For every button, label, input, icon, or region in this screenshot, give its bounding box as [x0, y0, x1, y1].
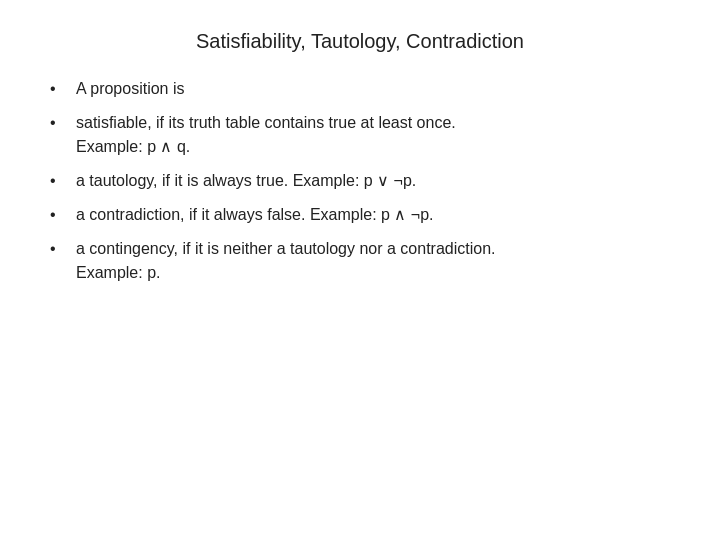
bullet-icon: •: [50, 203, 70, 227]
bullet-icon: •: [50, 237, 70, 261]
item-3-text: a tautology, if it is always true. Examp…: [76, 169, 670, 193]
bullet-icon: •: [50, 169, 70, 193]
list-item: • A proposition is: [50, 77, 670, 101]
list-item: • satisfiable, if its truth table contai…: [50, 111, 670, 159]
list-item: • a tautology, if it is always true. Exa…: [50, 169, 670, 193]
item-5-text: a contingency, if it is neither a tautol…: [76, 237, 670, 285]
page-title: Satisfiability, Tautology, Contradiction: [50, 30, 670, 53]
item-5-continuation: Example: p.: [76, 264, 160, 281]
bullet-icon: •: [50, 77, 70, 101]
item-1-text: A proposition is: [76, 77, 670, 101]
item-2-text: satisfiable, if its truth table contains…: [76, 111, 670, 159]
bullet-list: • A proposition is • satisfiable, if its…: [50, 77, 670, 285]
list-item: • a contradiction, if it always false. E…: [50, 203, 670, 227]
content-area: • A proposition is • satisfiable, if its…: [50, 77, 670, 295]
item-2-continuation: Example: p ∧ q.: [76, 138, 190, 155]
list-item: • a contingency, if it is neither a taut…: [50, 237, 670, 285]
bullet-icon: •: [50, 111, 70, 135]
item-4-text: a contradiction, if it always false. Exa…: [76, 203, 670, 227]
